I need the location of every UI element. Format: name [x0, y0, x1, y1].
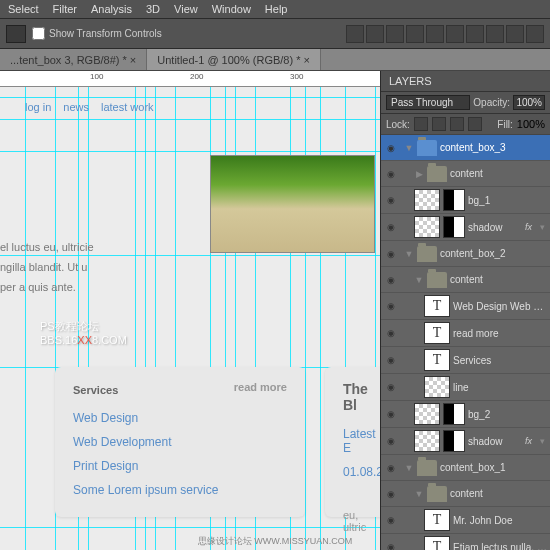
lock-transparency-icon[interactable]	[414, 117, 428, 131]
layer-row[interactable]: Services	[381, 347, 550, 374]
layers-tab[interactable]: LAYERS	[381, 71, 550, 92]
visibility-toggle-icon[interactable]	[384, 407, 398, 421]
menu-analysis[interactable]: Analysis	[91, 3, 132, 15]
layer-row[interactable]: ▼content_box_3	[381, 135, 550, 161]
layer-name[interactable]: content	[450, 168, 547, 179]
blog-card[interactable]: The Bl Latest E 01.08.2 eu, ultric	[325, 367, 380, 517]
show-transform-checkbox[interactable]: Show Transform Controls	[32, 27, 162, 40]
visibility-toggle-icon[interactable]	[384, 513, 398, 527]
nav-link[interactable]: news	[63, 101, 89, 113]
layer-row[interactable]: Etiam lectus nulla, ves...	[381, 534, 550, 550]
lock-position-icon[interactable]	[450, 117, 464, 131]
layer-row[interactable]: line	[381, 374, 550, 401]
visibility-toggle-icon[interactable]	[384, 273, 398, 287]
visibility-toggle-icon[interactable]	[384, 540, 398, 550]
menu-view[interactable]: View	[174, 3, 198, 15]
layer-row[interactable]: read more	[381, 320, 550, 347]
visibility-toggle-icon[interactable]	[384, 247, 398, 261]
layer-name[interactable]: shadow	[468, 222, 522, 233]
expand-arrow-icon[interactable]: ▼	[404, 249, 414, 259]
service-link[interactable]: Some Lorem ipsum service	[73, 483, 287, 497]
distribute-icon[interactable]	[466, 25, 484, 43]
visibility-toggle-icon[interactable]	[384, 193, 398, 207]
expand-arrow-icon[interactable]: ▶	[414, 169, 424, 179]
layer-row[interactable]: shadowfx▾	[381, 428, 550, 455]
lock-all-icon[interactable]	[468, 117, 482, 131]
distribute-icon[interactable]	[526, 25, 544, 43]
canvas[interactable]: log in news latest work el luctus eu, ul…	[0, 87, 380, 550]
visibility-toggle-icon[interactable]	[384, 299, 398, 313]
align-icon[interactable]	[366, 25, 384, 43]
menu-help[interactable]: Help	[265, 3, 288, 15]
visibility-toggle-icon[interactable]	[384, 380, 398, 394]
menu-select[interactable]: Select	[8, 3, 39, 15]
layer-name[interactable]: Web Design Web Dev...	[453, 301, 547, 312]
layer-name[interactable]: read more	[453, 328, 547, 339]
align-icon[interactable]	[406, 25, 424, 43]
layer-row[interactable]: Web Design Web Dev...	[381, 293, 550, 320]
fill-input[interactable]: 100%	[517, 118, 545, 130]
document-tab[interactable]: ...tent_box 3, RGB/8#) * ×	[0, 49, 147, 70]
service-link[interactable]: Web Development	[73, 435, 287, 449]
layer-row[interactable]: ▼content_box_1	[381, 455, 550, 481]
layer-name[interactable]: Mr. John Doe	[453, 515, 547, 526]
layer-name[interactable]: bg_2	[468, 409, 547, 420]
read-more-link[interactable]: read more	[234, 381, 287, 393]
visibility-toggle-icon[interactable]	[384, 487, 398, 501]
align-icon[interactable]	[346, 25, 364, 43]
expand-arrow-icon[interactable]: ▼	[404, 463, 414, 473]
menu-filter[interactable]: Filter	[53, 3, 77, 15]
menu-3d[interactable]: 3D	[146, 3, 160, 15]
layer-name[interactable]: content	[450, 274, 547, 285]
service-link[interactable]: Web Design	[73, 411, 287, 425]
horizontal-ruler[interactable]: 100 200 300	[0, 71, 380, 87]
nav-link[interactable]: latest work	[101, 101, 154, 113]
layer-name[interactable]: content_box_1	[440, 462, 547, 473]
image-layer[interactable]	[210, 155, 375, 253]
layer-thumb	[414, 403, 440, 425]
layer-name[interactable]: Etiam lectus nulla, ves...	[453, 542, 547, 551]
lock-image-icon[interactable]	[432, 117, 446, 131]
visibility-toggle-icon[interactable]	[384, 141, 398, 155]
layer-name[interactable]: shadow	[468, 436, 522, 447]
layer-name[interactable]: content	[450, 488, 547, 499]
visibility-toggle-icon[interactable]	[384, 220, 398, 234]
layer-name[interactable]: bg_1	[468, 195, 547, 206]
layer-row[interactable]: ▶content	[381, 161, 550, 187]
distribute-icon[interactable]	[506, 25, 524, 43]
service-link[interactable]: Print Design	[73, 459, 287, 473]
layer-row[interactable]: ▼content	[381, 267, 550, 293]
layer-row[interactable]: ▼content	[381, 481, 550, 507]
opacity-input[interactable]: 100%	[513, 95, 545, 110]
fx-badge[interactable]: fx	[525, 436, 532, 446]
blend-mode-dropdown[interactable]: Pass Through	[386, 95, 470, 110]
visibility-toggle-icon[interactable]	[384, 434, 398, 448]
nav-link[interactable]: log in	[25, 101, 51, 113]
fx-badge[interactable]: fx	[525, 222, 532, 232]
distribute-icon[interactable]	[486, 25, 504, 43]
layer-row[interactable]: shadowfx▾	[381, 214, 550, 241]
visibility-toggle-icon[interactable]	[384, 326, 398, 340]
layer-row[interactable]: bg_1	[381, 187, 550, 214]
services-card[interactable]: Servicesread more Web Design Web Develop…	[55, 367, 305, 517]
layer-name[interactable]: content_box_2	[440, 248, 547, 259]
expand-arrow-icon[interactable]: ▼	[414, 275, 424, 285]
expand-arrow-icon[interactable]: ▼	[414, 489, 424, 499]
document-tab-active[interactable]: Untitled-1 @ 100% (RGB/8) * ×	[147, 49, 321, 70]
menu-window[interactable]: Window	[212, 3, 251, 15]
align-icon[interactable]	[386, 25, 404, 43]
menu-bar: Select Filter Analysis 3D View Window He…	[0, 0, 550, 19]
visibility-toggle-icon[interactable]	[384, 461, 398, 475]
expand-arrow-icon[interactable]: ▼	[404, 143, 414, 153]
align-icon[interactable]	[426, 25, 444, 43]
align-icon[interactable]	[446, 25, 464, 43]
layer-row[interactable]: bg_2	[381, 401, 550, 428]
layer-row[interactable]: ▼content_box_2	[381, 241, 550, 267]
visibility-toggle-icon[interactable]	[384, 167, 398, 181]
tool-preset-dropdown[interactable]	[6, 25, 26, 43]
layer-name[interactable]: Services	[453, 355, 547, 366]
layer-name[interactable]: line	[453, 382, 547, 393]
layer-name[interactable]: content_box_3	[440, 142, 547, 153]
visibility-toggle-icon[interactable]	[384, 353, 398, 367]
layer-row[interactable]: Mr. John Doe	[381, 507, 550, 534]
